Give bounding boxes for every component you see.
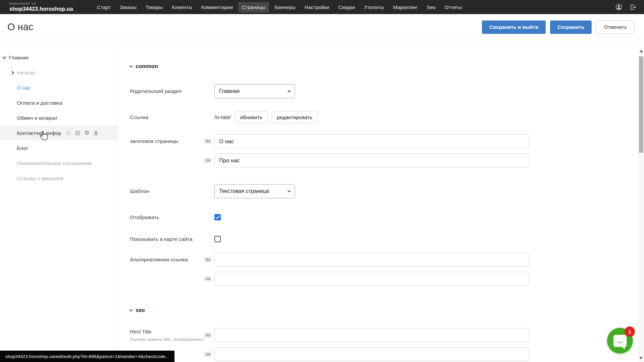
navbar-actions: [615, 3, 637, 11]
tree-item-label: Обмен и возврат: [17, 115, 58, 121]
tree-item-kontaktnaya-informatsiya[interactable]: Контактная инфор ⚙: [0, 125, 117, 141]
tree-item-label: Каталог: [17, 70, 36, 76]
page-title-ua-input[interactable]: Про нас: [214, 153, 529, 167]
alt-link-label: Альтернативная ссылка: [130, 257, 214, 263]
tree-item-label: Пользовательское соглашение: [17, 160, 92, 166]
logo-domain: shop34423.horoshop.ua: [9, 6, 73, 12]
html-title-ua-row: UA: [130, 347, 644, 361]
chevron-right-icon[interactable]: [10, 71, 14, 74]
parent-section-row: Родительский раздел Главная: [130, 84, 644, 98]
lang-badge-ru: RU: [204, 257, 212, 263]
template-value: Текстовая страница: [219, 188, 269, 194]
chevron-down-icon[interactable]: [2, 55, 6, 59]
tree-item-label: Главная: [9, 55, 29, 61]
lang-badge-ru: RU: [204, 138, 212, 144]
nav-item-products[interactable]: Товары: [142, 2, 167, 12]
scrollbar-thumb[interactable]: [639, 56, 643, 153]
trash-icon[interactable]: [93, 130, 99, 136]
parent-section-select[interactable]: Главная: [214, 84, 295, 98]
tree-item-katalog[interactable]: Каталог: [0, 65, 117, 80]
page-title-ru-input[interactable]: О нас: [214, 134, 529, 148]
nav-item-comments[interactable]: Комментарии: [197, 2, 236, 12]
tree-item-blog[interactable]: Блог: [0, 141, 117, 156]
page-header: О нас Сохранить и выйти Сохранить Отмени…: [0, 14, 644, 40]
chat-unread-badge: 1: [625, 326, 635, 337]
nav-item-marketing[interactable]: Маркетинг: [389, 2, 421, 12]
sitemap-row: Показывать в карте сайта: [130, 236, 644, 242]
lang-badge-ru: RU: [204, 332, 212, 338]
html-title-hint: Полная замена title, генерируемого: [130, 337, 214, 342]
cancel-button[interactable]: Отменить: [596, 20, 635, 34]
status-url: shop34423.horoshop.ua/edit/edit.php?id=6…: [5, 354, 169, 359]
alt-link-ua-row: UA: [130, 272, 644, 286]
tree-item-actions: ⚙: [66, 130, 99, 136]
nav-item-start[interactable]: Старт: [93, 2, 114, 12]
link-edit-button[interactable]: редактировать: [271, 111, 318, 123]
nav-item-orders[interactable]: Заказы: [116, 2, 140, 12]
account-icon[interactable]: [615, 3, 623, 11]
alt-link-ua-input[interactable]: [214, 272, 529, 286]
tree-item-label: Отзывы о магазине: [17, 175, 64, 182]
html-title-ru-row: Html Title Полная замена title, генериру…: [130, 328, 644, 342]
tree-item-o-nas[interactable]: О нас: [0, 80, 117, 95]
tree-item-otzyvy-o-magazine[interactable]: Отзывы о магазине: [0, 171, 117, 186]
gear-icon[interactable]: ⚙: [84, 130, 90, 136]
sitemap-checkbox[interactable]: [214, 236, 221, 242]
lang-badge-ua: UA: [204, 351, 212, 357]
nav-item-pages[interactable]: Страницы: [238, 2, 269, 12]
chat-widget-button[interactable]: 1: [607, 328, 633, 354]
chevron-down-icon: [288, 189, 291, 192]
nav-item-banners[interactable]: Баннеры: [271, 2, 299, 12]
move-icon[interactable]: [66, 130, 72, 136]
tree-item-label: Контактная инфор: [17, 130, 61, 136]
lang-badge-ua: UA: [204, 157, 212, 163]
nav-item-utilities[interactable]: Утилиты: [360, 2, 388, 12]
nav-item-seo[interactable]: Seo: [423, 2, 439, 12]
section-common-label: common: [136, 63, 158, 69]
section-seo[interactable]: seo: [130, 307, 644, 314]
tree-item-polzovatelskoe-soglashenie[interactable]: Пользовательское соглашение: [0, 156, 117, 171]
template-row: Шаблон Текстовая страница: [130, 184, 644, 198]
save-and-exit-button[interactable]: Сохранить и выйти: [482, 20, 546, 34]
page-title-label: заголовок страницы: [130, 138, 214, 144]
tree-item-label: Оплата и доставка: [17, 100, 62, 106]
chat-bubble-icon: [613, 335, 627, 347]
nav-item-clients[interactable]: Клиенты: [168, 2, 196, 12]
display-checkbox[interactable]: [214, 214, 221, 220]
scroll-down-arrow-icon[interactable]: [639, 357, 643, 359]
tree-item-obmen-i-vozvrat[interactable]: Обмен и возврат: [0, 110, 117, 125]
alt-link-ru-input[interactable]: [214, 253, 529, 267]
tree-item-glavnaya[interactable]: Главная: [0, 50, 117, 65]
add-page-icon[interactable]: [75, 130, 81, 136]
tree-item-oplata-i-dostavka[interactable]: Оплата и доставка: [0, 95, 117, 110]
html-title-ru-input[interactable]: [214, 328, 529, 342]
link-update-button[interactable]: обновить: [235, 111, 268, 123]
template-select[interactable]: Текстовая страница: [214, 184, 295, 198]
logout-icon[interactable]: [629, 3, 637, 11]
nav-item-discounts[interactable]: Скидки: [335, 2, 358, 12]
tree-item-label: Блог: [17, 145, 28, 151]
main-menu: Старт Заказы Товары Клиенты Комментарии …: [93, 2, 466, 12]
link-path: /o-nas/: [214, 114, 231, 120]
html-title-label: Html Title: [130, 329, 214, 335]
nav-item-reports[interactable]: Отчеты: [441, 2, 466, 12]
lang-badge-ua: UA: [204, 276, 212, 282]
chevron-down-icon: [288, 89, 291, 92]
alt-link-ru-row: Альтернативная ссылка RU: [130, 253, 644, 267]
header-buttons: Сохранить и выйти Сохранить Отменить: [482, 20, 635, 34]
scroll-up-arrow-icon[interactable]: [640, 50, 643, 52]
page-title-ru-row: заголовок страницы RU О нас: [130, 134, 644, 148]
shop-logo[interactable]: HOROSHOP V4 shop34423.horoshop.ua: [9, 2, 73, 12]
link-label: Ссылка: [130, 114, 214, 120]
template-label: Шаблон: [130, 188, 214, 194]
link-row: Ссылка /o-nas/ обновить редактировать: [130, 111, 644, 123]
html-title-ua-input[interactable]: [214, 347, 529, 361]
display-label: Отображать: [130, 214, 214, 220]
save-button[interactable]: Сохранить: [550, 20, 592, 34]
section-common[interactable]: common: [130, 63, 644, 70]
vertical-scrollbar[interactable]: [638, 48, 644, 362]
top-navbar: HOROSHOP V4 shop34423.horoshop.ua Старт …: [0, 0, 644, 14]
content-area: Главная Каталог О нас Оплата и доставка …: [0, 40, 644, 362]
nav-item-settings[interactable]: Настройки: [301, 2, 333, 12]
page-title: О нас: [7, 21, 33, 33]
